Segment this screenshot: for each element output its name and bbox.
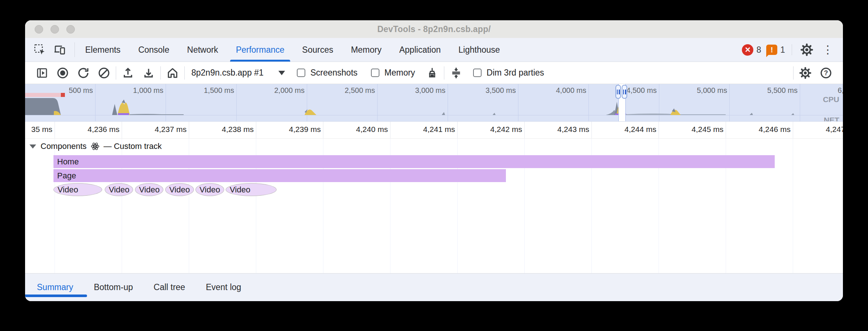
gear-icon [799, 66, 812, 80]
screenshots-checkbox[interactable]: Screenshots [297, 68, 358, 78]
ruler-tick: 4,242 ms [524, 122, 525, 138]
checkbox-icon [473, 69, 482, 77]
panel-left-icon [36, 67, 48, 79]
clear-recording-button[interactable] [96, 65, 112, 81]
console-errors-badge[interactable]: ✕ 8 [742, 44, 761, 56]
compress-icon [449, 66, 463, 80]
devtools-settings-button[interactable] [799, 42, 815, 58]
flame-bar-page[interactable]: Page [53, 169, 506, 182]
devtools-window: DevTools - 8p2n9n.csb.app/ [25, 20, 843, 301]
cpu-lane-label: CPU [823, 95, 839, 104]
net-lane-label: NET [824, 116, 839, 122]
flame-bar-video[interactable]: Video [135, 183, 163, 196]
chevron-down-icon [278, 71, 285, 75]
selection-right-handle[interactable] [622, 85, 627, 99]
gear-icon [800, 43, 814, 57]
track-suffix: — Custom track [104, 142, 162, 151]
toggle-sidebar-button[interactable] [34, 65, 50, 81]
checkbox-icon [371, 69, 379, 77]
traffic-lights [35, 20, 75, 38]
record-icon [56, 66, 69, 80]
ruler-tick: 4,238 ms [256, 122, 256, 138]
collapse-caret-icon[interactable] [29, 144, 36, 149]
download-icon [142, 66, 155, 80]
tab-summary[interactable]: Summary [37, 282, 73, 292]
home-icon [166, 66, 179, 80]
ruler-tick: 4,237 ms [189, 122, 189, 138]
react-atom-icon [90, 142, 100, 151]
memory-label: Memory [385, 68, 415, 78]
tab-memory[interactable]: Memory [342, 38, 390, 62]
devtools-tabbar: Elements Console Network Performance Sou… [25, 38, 843, 62]
tab-bottom-up[interactable]: Bottom-up [94, 282, 133, 292]
screenshots-label: Screenshots [310, 68, 358, 78]
ruler-tick: 4,244 ms [659, 122, 659, 138]
tab-call-tree[interactable]: Call tree [154, 282, 185, 292]
flame-bar-video[interactable]: Video [195, 183, 224, 196]
more-options-button[interactable]: ⋮ [820, 44, 836, 55]
target-select[interactable]: 8p2n9n.csb.app #1 [186, 68, 290, 78]
toolbar-divider [116, 66, 116, 80]
tab-elements[interactable]: Elements [76, 38, 129, 62]
warning-count: 1 [780, 45, 785, 55]
tab-lighthouse[interactable]: Lighthouse [449, 38, 509, 62]
tab-performance[interactable]: Performance [227, 38, 294, 62]
selection-left-handle[interactable] [615, 85, 621, 99]
error-count: 8 [756, 45, 761, 55]
minimize-window-button[interactable] [51, 25, 59, 34]
panel-tabs: Elements Console Network Performance Sou… [76, 38, 509, 62]
toolbar-divider [793, 66, 794, 80]
custom-track-header[interactable]: Components — Custom track [29, 142, 162, 151]
close-window-button[interactable] [35, 25, 43, 34]
flame-bar-video[interactable]: Video [105, 183, 133, 196]
track-name: Components [41, 142, 87, 151]
timeline-overview[interactable]: 500 ms 1,000 ms 1,500 ms 2,000 ms 2,500 … [25, 84, 843, 122]
record-button[interactable] [55, 65, 71, 81]
record-and-reload-button[interactable] [75, 65, 91, 81]
active-tab-underline [25, 295, 87, 297]
tab-application[interactable]: Application [390, 38, 450, 62]
shortcuts-dialog-button[interactable] [448, 65, 464, 81]
performance-toolbar: 8p2n9n.csb.app #1 Screenshots Memory [25, 62, 843, 84]
clear-icon [97, 66, 111, 80]
device-toolbar-button[interactable] [52, 42, 68, 58]
flame-bar-home[interactable]: Home [53, 155, 775, 168]
zoom-window-button[interactable] [66, 25, 75, 34]
ruler-tick: 4,243 ms [591, 122, 592, 138]
ruler-tick: 35 ms [55, 122, 55, 138]
console-warnings-badge[interactable]: ! 1 [766, 45, 785, 55]
error-icon: ✕ [742, 44, 753, 56]
tabbar-right-divider [792, 44, 792, 55]
memory-checkbox[interactable]: Memory [371, 68, 415, 78]
toolbar-divider [184, 66, 185, 80]
warning-icon: ! [766, 45, 777, 55]
flame-bar-video[interactable]: Video [165, 183, 194, 196]
tab-network[interactable]: Network [178, 38, 227, 62]
reload-icon [77, 66, 90, 80]
collect-garbage-button[interactable] [424, 65, 440, 81]
ruler-tick: 4,236 ms [122, 122, 122, 138]
target-select-value: 8p2n9n.csb.app #1 [191, 68, 264, 78]
help-icon: ? [819, 66, 833, 80]
dim-3rd-parties-checkbox[interactable]: Dim 3rd parties [473, 68, 544, 78]
inspect-element-button[interactable] [32, 42, 48, 58]
inspect-icon [33, 43, 46, 56]
load-profile-button[interactable] [120, 65, 136, 81]
home-button[interactable] [164, 65, 181, 81]
help-button[interactable]: ? [818, 65, 834, 81]
save-profile-button[interactable] [140, 65, 157, 81]
garbage-brush-icon [426, 66, 439, 80]
checkbox-icon [297, 69, 305, 77]
ruler-tick: 4,240 ms [390, 122, 390, 138]
tab-sources[interactable]: Sources [293, 38, 342, 62]
capture-settings-button[interactable] [797, 65, 813, 81]
window-titlebar: DevTools - 8p2n9n.csb.app/ [25, 20, 843, 38]
details-tabbar: Summary Bottom-up Call tree Event log [25, 273, 843, 301]
flame-bar-video[interactable]: Video [226, 183, 277, 196]
tab-console[interactable]: Console [129, 38, 178, 62]
flame-bar-video[interactable]: Video [53, 183, 102, 196]
upload-icon [121, 66, 135, 80]
tab-event-log[interactable]: Event log [206, 282, 241, 292]
screenshot-stage: DevTools - 8p2n9n.csb.app/ [0, 0, 868, 331]
flame-chart-area[interactable]: Components — Custom track Home Page Vide… [25, 139, 843, 273]
